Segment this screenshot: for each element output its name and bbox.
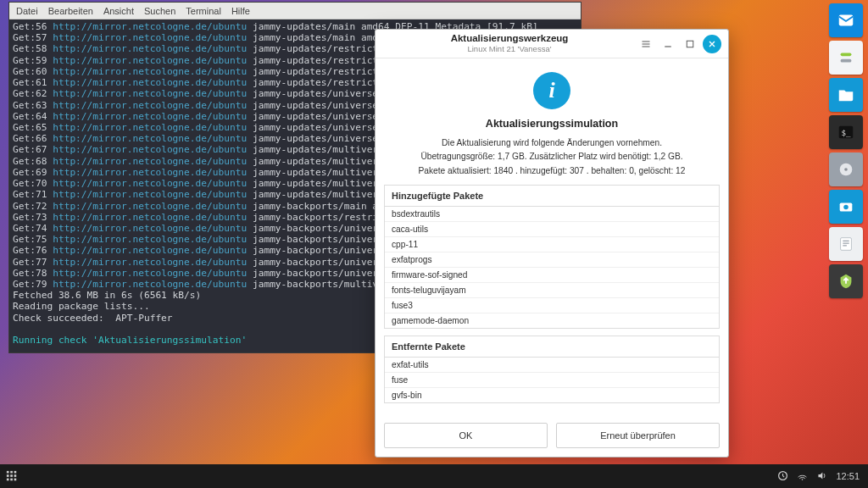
svg-rect-16 — [14, 474, 17, 477]
menu-terminal[interactable]: Terminal — [186, 6, 221, 16]
svg-rect-10 — [841, 238, 852, 251]
svg-rect-19 — [14, 479, 17, 481]
menu-view[interactable]: Ansicht — [103, 6, 134, 16]
terminal-menubar[interactable]: Datei Bearbeiten Ansicht Suchen Terminal… — [9, 3, 581, 19]
dock-terminal-icon[interactable]: $_ — [829, 115, 863, 149]
dialog-title: Aktualisierungswerkzeug — [386, 33, 633, 44]
svg-rect-17 — [7, 479, 9, 481]
dock-settings-icon[interactable] — [829, 41, 863, 75]
recheck-button[interactable]: Erneut überprüfen — [556, 423, 720, 448]
hamburger-icon[interactable] — [637, 35, 655, 53]
dialog-titlebar[interactable]: Aktualisierungswerkzeug Linux Mint 21 'V… — [376, 30, 728, 58]
list-item[interactable]: exfatprogs — [385, 252, 719, 267]
dock-update-icon[interactable] — [829, 264, 863, 298]
bottom-panel[interactable]: 12:51 — [0, 464, 868, 488]
list-item[interactable]: fonts-teluguvijayam — [385, 282, 719, 297]
maximize-button[interactable] — [681, 35, 699, 53]
dock-mail-icon[interactable] — [829, 3, 863, 37]
apps-menu-icon[interactable] — [0, 464, 24, 488]
menu-edit[interactable]: Bearbeiten — [48, 6, 93, 16]
list-item[interactable]: firmware-sof-signed — [385, 267, 719, 282]
list-item[interactable]: bsdextrautils — [385, 207, 719, 221]
svg-text:$_: $_ — [842, 128, 852, 137]
close-button[interactable] — [703, 35, 721, 53]
svg-rect-2 — [841, 53, 852, 57]
svg-rect-15 — [10, 474, 13, 477]
list-item[interactable]: exfat-utils — [385, 358, 719, 372]
svg-point-21 — [802, 479, 804, 480]
ok-button[interactable]: OK — [384, 423, 548, 448]
update-indicator-icon[interactable] — [777, 470, 788, 483]
upgrade-dialog[interactable]: Aktualisierungswerkzeug Linux Mint 21 'V… — [375, 29, 729, 458]
removed-packages-title: Entfernte Pakete — [384, 336, 720, 357]
dock-disk-icon[interactable] — [829, 152, 863, 186]
svg-rect-18 — [10, 479, 13, 481]
list-item[interactable]: fuse — [385, 372, 719, 387]
menu-file[interactable]: Datei — [16, 6, 38, 16]
svg-rect-12 — [10, 471, 13, 474]
list-item[interactable]: gvfs-bin — [385, 387, 719, 402]
removed-packages-list[interactable]: exfat-utilsfusegvfs-bin — [384, 357, 720, 403]
volume-icon[interactable] — [816, 470, 827, 483]
svg-rect-11 — [7, 471, 9, 474]
network-icon[interactable] — [797, 470, 808, 483]
list-item[interactable]: fuse3 — [385, 297, 719, 313]
list-item[interactable]: caca-utils — [385, 221, 719, 236]
added-packages-list[interactable]: bsdextrautilscaca-utilscpp-11exfatprogsf… — [384, 206, 720, 329]
svg-rect-14 — [7, 474, 9, 477]
dialog-text-2: Übetragungsgröße: 1,7 GB. Zusätzlicher P… — [384, 150, 720, 164]
right-dock[interactable]: $_ — [829, 3, 865, 298]
menu-help[interactable]: Hilfe — [231, 6, 250, 16]
svg-rect-13 — [14, 471, 17, 474]
svg-rect-3 — [841, 59, 852, 63]
list-item[interactable]: cpp-11 — [385, 236, 719, 252]
added-packages-title: Hinzugefügte Pakete — [384, 185, 720, 206]
dock-screenshot-icon[interactable] — [829, 190, 863, 224]
svg-point-7 — [844, 168, 848, 171]
list-item[interactable]: gamemode-daemon — [385, 313, 719, 328]
info-icon: i — [533, 72, 570, 109]
minimize-button[interactable] — [659, 35, 677, 53]
dialog-text-1: Die Aktualisierung wird folgende Änderun… — [384, 136, 720, 150]
clock[interactable]: 12:51 — [836, 471, 860, 481]
dock-text-editor-icon[interactable] — [829, 227, 863, 261]
dock-files-icon[interactable] — [829, 78, 863, 112]
dialog-text-3: Pakete aktualisiert: 1840 . hinzugefügt:… — [384, 164, 720, 178]
dialog-heading: Aktualisierungssimulation — [384, 118, 720, 130]
dialog-subtitle: Linux Mint 21 'Vanessa' — [386, 45, 633, 54]
menu-search[interactable]: Suchen — [144, 6, 175, 16]
svg-rect-0 — [687, 41, 693, 47]
svg-point-9 — [843, 205, 849, 210]
